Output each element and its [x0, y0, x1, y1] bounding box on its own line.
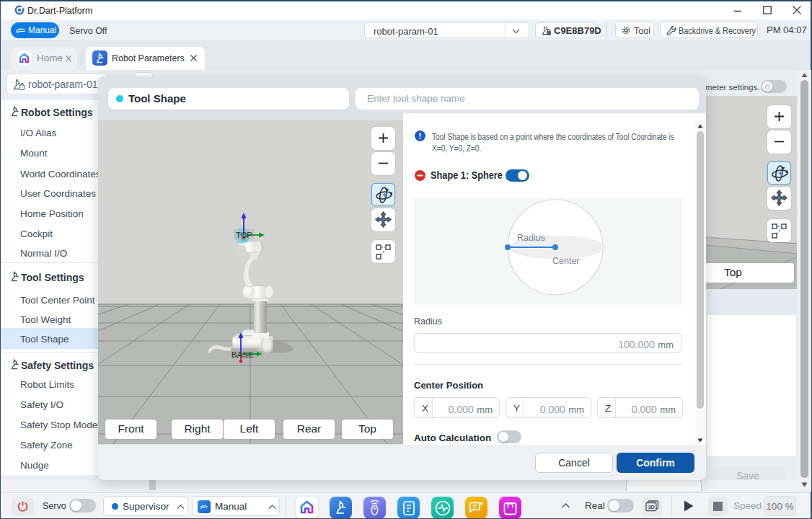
svg-text:BASE: BASE	[231, 350, 254, 359]
svg-text:3D: 3D	[648, 504, 655, 510]
svg-text:Radius: Radius	[517, 233, 545, 243]
svg-text:Center: Center	[552, 256, 580, 266]
svg-text:TCP: TCP	[236, 231, 252, 239]
